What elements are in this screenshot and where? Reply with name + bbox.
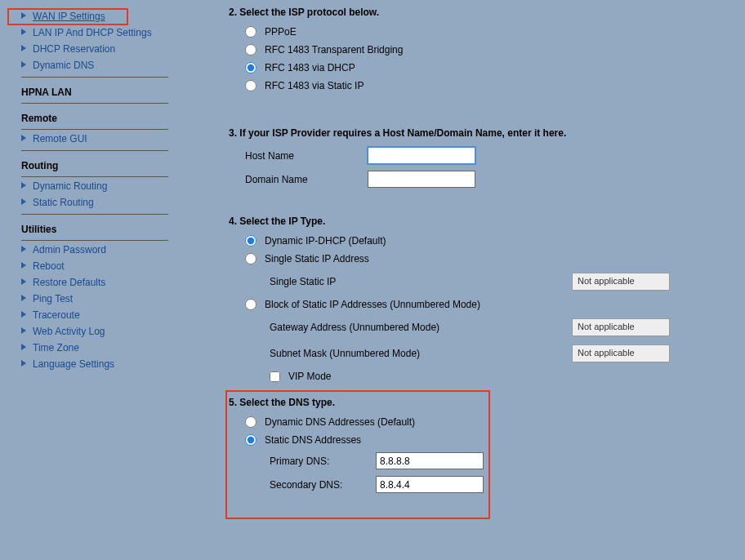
- sidebar-item-language-settings[interactable]: Language Settings: [10, 356, 178, 372]
- step4-heading: 4. Select the IP Type.: [229, 216, 735, 227]
- sidebar-item-ping-test[interactable]: Ping Test: [10, 291, 178, 307]
- primary-dns-label: Primary DNS:: [270, 456, 376, 467]
- secondary-dns-input[interactable]: [376, 476, 484, 493]
- isp-protocol-option[interactable]: PPPoE: [245, 26, 735, 38]
- sidebar-item-restore-defaults[interactable]: Restore Defaults: [10, 274, 178, 291]
- vip-mode-option[interactable]: VIP Mode: [270, 371, 735, 382]
- arrow-icon: [21, 45, 26, 51]
- host-name-label: Host Name: [245, 150, 368, 162]
- sidebar-item-admin-password[interactable]: Admin Password: [10, 242, 178, 258]
- gateway-address-label: Gateway Address (Unnumbered Mode): [270, 322, 506, 333]
- arrow-icon: [21, 246, 26, 252]
- sidebar-section-remote: Remote: [10, 104, 178, 126]
- gateway-address-value: Not applicable: [572, 318, 670, 336]
- dns-type-option-static[interactable]: Static DNS Addresses: [245, 434, 735, 446]
- radio-label: Dynamic IP-DHCP (Default): [265, 235, 386, 247]
- sidebar-link-label[interactable]: DHCP Reservation: [33, 43, 115, 55]
- arrow-icon: [21, 327, 26, 334]
- sidebar-link-label[interactable]: Web Activity Log: [33, 326, 105, 337]
- sidebar-item-dynamic-routing[interactable]: Dynamic Routing: [10, 178, 178, 194]
- arrow-icon: [21, 135, 26, 141]
- sidebar-link-label[interactable]: Traceroute: [33, 309, 80, 321]
- sidebar-item-lan-ip-dhcp[interactable]: LAN IP And DHCP Settings: [10, 24, 178, 41]
- sidebar-item-traceroute[interactable]: Traceroute: [10, 307, 178, 323]
- sidebar-link-label[interactable]: LAN IP And DHCP Settings: [33, 27, 152, 38]
- sidebar-item-wan-ip-settings[interactable]: WAN IP Settings: [10, 8, 178, 24]
- sidebar-item-dynamic-dns[interactable]: Dynamic DNS: [10, 57, 178, 73]
- sidebar-link-label[interactable]: Restore Defaults: [33, 277, 105, 288]
- sidebar-item-static-routing[interactable]: Static Routing: [10, 194, 178, 211]
- arrow-icon: [21, 295, 26, 301]
- radio-label: Dynamic DNS Addresses (Default): [265, 416, 415, 428]
- radio-dynamic-dns[interactable]: [245, 416, 257, 428]
- radio-label: RFC 1483 via Static IP: [265, 80, 364, 91]
- sidebar-link-label[interactable]: Static Routing: [33, 197, 94, 208]
- divider: [21, 150, 168, 151]
- step2-heading: 2. Select the ISP protocol below.: [229, 7, 735, 18]
- step5-heading: 5. Select the DNS type.: [229, 397, 735, 408]
- sidebar-item-web-activity-log[interactable]: Web Activity Log: [10, 323, 178, 340]
- sidebar-item-reboot[interactable]: Reboot: [10, 258, 178, 274]
- sidebar-link-label[interactable]: WAN IP Settings: [33, 11, 105, 22]
- isp-protocol-option[interactable]: RFC 1483 via Static IP: [245, 80, 735, 91]
- radio-label: Block of Static IP Addresses (Unnumbered…: [265, 299, 480, 310]
- primary-dns-input[interactable]: [376, 452, 484, 469]
- domain-name-input[interactable]: [368, 171, 475, 188]
- host-name-input[interactable]: [368, 147, 475, 164]
- ip-type-option-dynamic[interactable]: Dynamic IP-DHCP (Default): [245, 235, 735, 247]
- radio-rfc1483-dhcp[interactable]: [245, 62, 257, 73]
- dns-type-option-dynamic[interactable]: Dynamic DNS Addresses (Default): [245, 416, 735, 428]
- sidebar-link-label[interactable]: Language Settings: [33, 358, 114, 370]
- divider: [21, 214, 168, 215]
- sidebar-item-time-zone[interactable]: Time Zone: [10, 340, 178, 356]
- sidebar-section-routing: Routing: [10, 152, 178, 173]
- single-static-ip-value: Not applicable: [572, 273, 670, 291]
- arrow-icon: [21, 182, 26, 189]
- isp-protocol-option[interactable]: RFC 1483 Transparent Bridging: [245, 44, 735, 56]
- arrow-icon: [21, 262, 26, 269]
- divider: [21, 129, 168, 130]
- sidebar-link-label[interactable]: Time Zone: [33, 342, 79, 353]
- radio-label: RFC 1483 Transparent Bridging: [265, 44, 403, 56]
- radio-label: PPPoE: [265, 26, 297, 38]
- sidebar-item-dhcp-reservation[interactable]: DHCP Reservation: [10, 41, 178, 57]
- sidebar-link-label[interactable]: Remote GUI: [33, 133, 87, 144]
- radio-rfc1483-bridging[interactable]: [245, 44, 257, 56]
- sidebar-link-label[interactable]: Dynamic DNS: [33, 60, 94, 71]
- radio-block-static[interactable]: [245, 299, 257, 310]
- sidebar-link-label[interactable]: Reboot: [33, 260, 65, 272]
- divider: [21, 103, 168, 104]
- divider: [21, 176, 168, 177]
- checkbox-vip-mode[interactable]: [270, 371, 280, 382]
- secondary-dns-label: Secondary DNS:: [270, 479, 376, 491]
- radio-pppoe[interactable]: [245, 26, 257, 38]
- divider: [21, 77, 168, 78]
- arrow-icon: [21, 311, 26, 318]
- radio-label: RFC 1483 via DHCP: [265, 62, 355, 73]
- sidebar-link-label[interactable]: Ping Test: [33, 293, 73, 304]
- arrow-icon: [21, 61, 26, 68]
- step3-heading: 3. If your ISP Provider requires a Host …: [229, 127, 735, 139]
- sidebar-section-utilities: Utilities: [10, 216, 178, 237]
- radio-label: Single Static IP Address: [265, 253, 369, 264]
- isp-protocol-option[interactable]: RFC 1483 via DHCP: [245, 62, 735, 73]
- sidebar-link-label[interactable]: Dynamic Routing: [33, 180, 107, 192]
- sidebar-section-hpna: HPNA LAN: [10, 78, 178, 100]
- single-static-ip-label: Single Static IP: [270, 276, 506, 287]
- ip-type-option-block[interactable]: Block of Static IP Addresses (Unnumbered…: [245, 299, 735, 310]
- arrow-icon: [21, 29, 26, 35]
- sidebar-link-label[interactable]: Admin Password: [33, 244, 106, 256]
- arrow-icon: [21, 344, 26, 350]
- radio-dynamic-ip[interactable]: [245, 235, 257, 247]
- checkbox-label: VIP Mode: [288, 371, 331, 382]
- radio-rfc1483-static[interactable]: [245, 80, 257, 91]
- radio-static-dns[interactable]: [245, 434, 257, 446]
- arrow-icon: [21, 198, 26, 205]
- radio-single-static[interactable]: [245, 253, 257, 264]
- radio-label: Static DNS Addresses: [265, 434, 361, 446]
- ip-type-option-single[interactable]: Single Static IP Address: [245, 253, 735, 264]
- subnet-mask-label: Subnet Mask (Unnumbered Mode): [270, 348, 506, 359]
- arrow-icon: [21, 360, 26, 367]
- divider: [21, 240, 168, 241]
- sidebar-item-remote-gui[interactable]: Remote GUI: [10, 131, 178, 147]
